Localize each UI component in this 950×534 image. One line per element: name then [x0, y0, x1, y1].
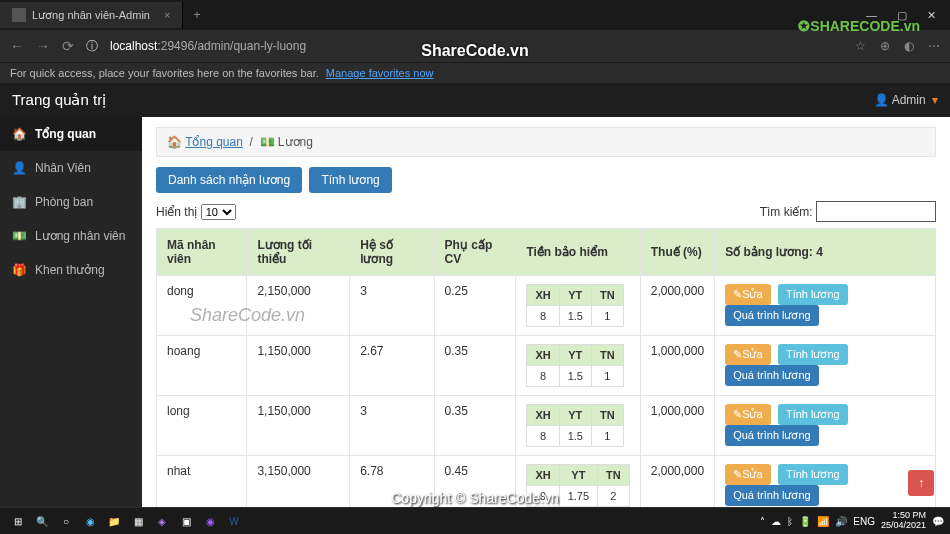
- cloud-icon[interactable]: ☁: [771, 516, 781, 527]
- cell-luong: 1,150,000: [247, 396, 350, 456]
- edit-button[interactable]: ✎Sửa: [725, 284, 770, 305]
- home-icon: 🏠: [167, 135, 182, 149]
- calc-button[interactable]: Tính lương: [778, 344, 848, 365]
- profile-icon[interactable]: ◐: [904, 39, 914, 53]
- calc-button[interactable]: Tính lương: [778, 404, 848, 425]
- cell-thue: 2,000,000: [640, 456, 714, 508]
- breadcrumb-current: Lương: [278, 135, 313, 149]
- info-icon[interactable]: ⓘ: [86, 38, 98, 55]
- arrow-up-icon: ↑: [918, 476, 924, 490]
- calc-button[interactable]: Tính lương: [778, 284, 848, 305]
- volume-icon[interactable]: 🔊: [835, 516, 847, 527]
- sidebar-item-salary[interactable]: 💵 Lương nhân viên: [0, 219, 142, 253]
- start-icon[interactable]: ⊞: [10, 513, 26, 529]
- cell-heso: 3: [350, 396, 434, 456]
- close-window-icon[interactable]: ✕: [927, 9, 936, 22]
- list-salary-button[interactable]: Danh sách nhận lương: [156, 167, 302, 193]
- main-content: 🏠 Tổng quan / 💵 Lương Danh sách nhận lươ…: [142, 117, 950, 507]
- forward-icon[interactable]: →: [36, 38, 50, 54]
- browser-tab[interactable]: Lương nhân viên-Admin ×: [0, 2, 183, 28]
- money-icon: 💵: [12, 229, 27, 243]
- cell-ma: nhat: [157, 456, 247, 508]
- manage-favorites-link[interactable]: Manage favorites now: [326, 67, 434, 79]
- sidebar-item-department[interactable]: 🏢 Phòng ban: [0, 185, 142, 219]
- sidebar-item-label: Khen thưởng: [35, 263, 105, 277]
- notifications-icon[interactable]: 💬: [932, 516, 944, 527]
- scroll-top-button[interactable]: ↑: [908, 470, 934, 496]
- col-luong: Lương tối thiểu: [247, 229, 350, 276]
- word-icon[interactable]: W: [226, 513, 242, 529]
- battery-icon[interactable]: 🔋: [799, 516, 811, 527]
- explorer-icon[interactable]: 📁: [106, 513, 122, 529]
- user-menu[interactable]: 👤 Admin ▾: [874, 93, 938, 107]
- cell-luong: 2,150,000: [247, 276, 350, 336]
- cell-heso: 3: [350, 276, 434, 336]
- calc-button[interactable]: Tính lương: [778, 464, 848, 485]
- cell-actions: ✎Sửa Tính lương Quá trình lương: [715, 336, 936, 396]
- refresh-icon[interactable]: ⟳: [62, 38, 74, 54]
- favorite-icon[interactable]: ☆: [855, 39, 866, 53]
- collections-icon[interactable]: ⊕: [880, 39, 890, 53]
- history-button[interactable]: Quá trình lương: [725, 305, 819, 326]
- app-header: Trang quản trị 👤 Admin ▾: [0, 83, 950, 117]
- favorites-hint: For quick access, place your favorites h…: [10, 67, 319, 79]
- edit-button[interactable]: ✎Sửa: [725, 464, 770, 485]
- tray-up-icon[interactable]: ˄: [760, 516, 765, 527]
- page-favicon: [12, 8, 26, 22]
- cell-luong: 3,150,000: [247, 456, 350, 508]
- calc-salary-button[interactable]: Tính lương: [309, 167, 391, 193]
- history-button[interactable]: Quá trình lương: [725, 365, 819, 386]
- new-tab-button[interactable]: +: [183, 8, 210, 22]
- history-button[interactable]: Quá trình lương: [725, 425, 819, 446]
- cell-baohiem: XHYTTN81.51: [516, 276, 640, 336]
- cell-actions: ✎Sửa Tính lương Quá trình lương: [715, 456, 936, 508]
- page-size-select[interactable]: 10: [201, 204, 236, 220]
- vs-icon[interactable]: ◈: [154, 513, 170, 529]
- messenger-icon[interactable]: ◉: [202, 513, 218, 529]
- menu-icon[interactable]: ⋯: [928, 39, 940, 53]
- edit-button[interactable]: ✎Sửa: [725, 404, 770, 425]
- search-input[interactable]: [816, 201, 936, 222]
- taskbar: ⊞ 🔍 ○ ◉ 📁 ▦ ◈ ▣ ◉ W ˄ ☁ ᛒ 🔋 📶 🔊 ENG 1:50…: [0, 508, 950, 534]
- favorites-bar: For quick access, place your favorites h…: [0, 62, 950, 83]
- page-title: Trang quản trị: [12, 91, 106, 109]
- bluetooth-icon[interactable]: ᛒ: [787, 516, 793, 527]
- cortana-icon[interactable]: ○: [58, 513, 74, 529]
- col-phucap: Phụ cấp CV: [434, 229, 516, 276]
- cell-thue: 1,000,000: [640, 396, 714, 456]
- lang-indicator[interactable]: ENG: [853, 516, 875, 527]
- search-icon[interactable]: 🔍: [34, 513, 50, 529]
- cell-thue: 1,000,000: [640, 336, 714, 396]
- sidebar-item-label: Nhân Viên: [35, 161, 91, 175]
- dashboard-icon: 🏠: [12, 127, 27, 141]
- sharecode-logo: ✪SHARECODE.vn: [798, 18, 920, 34]
- table-row: dong2,150,00030.25XHYTTN81.512,000,000✎S…: [157, 276, 936, 336]
- sidebar-item-reward[interactable]: 🎁 Khen thưởng: [0, 253, 142, 287]
- cell-baohiem: XHYTTN81.51: [516, 396, 640, 456]
- edge-icon[interactable]: ◉: [82, 513, 98, 529]
- cell-heso: 2.67: [350, 336, 434, 396]
- breadcrumb-home[interactable]: Tổng quan: [185, 135, 243, 149]
- history-button[interactable]: Quá trình lương: [725, 485, 819, 506]
- wifi-icon[interactable]: 📶: [817, 516, 829, 527]
- cell-phucap: 0.25: [434, 276, 516, 336]
- chevron-down-icon: ▾: [932, 93, 938, 107]
- close-icon[interactable]: ×: [164, 9, 170, 21]
- app2-icon[interactable]: ▣: [178, 513, 194, 529]
- gift-icon: 🎁: [12, 263, 27, 277]
- salary-table: Mã nhân viên Lương tối thiểu Hệ số lương…: [156, 228, 936, 507]
- back-icon[interactable]: ←: [10, 38, 24, 54]
- sidebar-item-overview[interactable]: 🏠 Tổng quan: [0, 117, 142, 151]
- search-label: Tìm kiếm:: [760, 205, 813, 219]
- cell-ma: dong: [157, 276, 247, 336]
- edit-button[interactable]: ✎Sửa: [725, 344, 770, 365]
- app-icon[interactable]: ▦: [130, 513, 146, 529]
- sidebar-item-employee[interactable]: 👤 Nhân Viên: [0, 151, 142, 185]
- cell-phucap: 0.35: [434, 396, 516, 456]
- col-ma: Mã nhân viên: [157, 229, 247, 276]
- cell-ma: long: [157, 396, 247, 456]
- tab-title: Lương nhân viên-Admin: [32, 9, 150, 22]
- copyright-watermark: Copyright © ShareCode.vn: [391, 490, 559, 506]
- cell-thue: 2,000,000: [640, 276, 714, 336]
- clock[interactable]: 1:50 PM 25/04/2021: [881, 511, 926, 531]
